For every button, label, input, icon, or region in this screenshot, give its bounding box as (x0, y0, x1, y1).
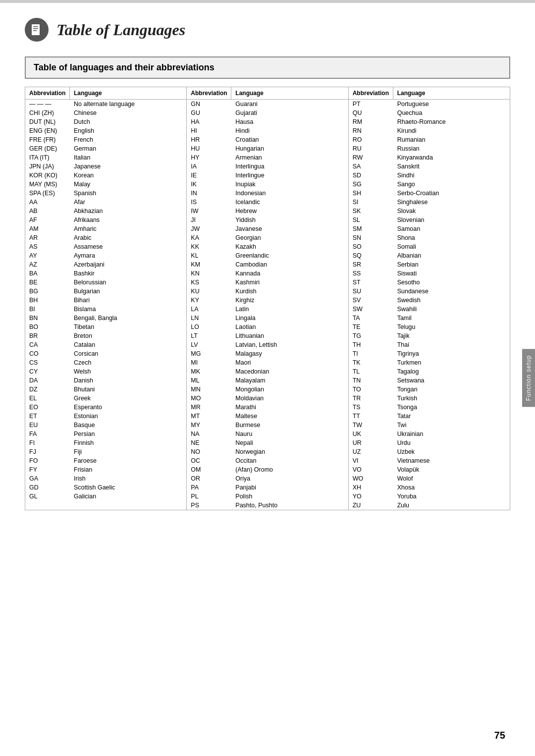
language-cell: Lithuanian (231, 331, 348, 340)
language-cell: German (70, 144, 186, 153)
language-cell: Amharic (70, 224, 186, 233)
table-row: PLPolish (187, 492, 348, 501)
column-header: AbbreviationLanguage (187, 87, 348, 100)
table-row: FRE (FR)French (25, 135, 186, 144)
table-row: OROriya (187, 474, 348, 483)
table-row: BNBengali, Bangla (25, 314, 186, 323)
table-row: OM(Afan) Oromo (187, 465, 348, 474)
abbreviation-header: Abbreviation (349, 87, 393, 99)
content-area: Table of languages and their abbreviatio… (0, 52, 535, 530)
language-cell: Malay (70, 180, 186, 189)
language-cell: Panjabi (231, 483, 348, 492)
table-row: NANauru (187, 430, 348, 438)
language-cell: Slovak (393, 207, 510, 216)
abbreviation-cell: ML (187, 376, 231, 385)
language-cell: Interlingue (231, 171, 348, 180)
language-cell: Tsonga (393, 403, 510, 412)
language-cell: Estonian (70, 412, 186, 421)
table-row: NENepali (187, 438, 348, 447)
table-row: SNShona (349, 233, 510, 242)
abbreviation-cell: SR (349, 260, 393, 269)
abbreviation-cell: CO (25, 349, 70, 358)
language-header: Language (70, 87, 186, 99)
abbreviation-cell: GL (25, 492, 70, 501)
language-cell: English (70, 126, 186, 135)
table-row: MRMarathi (187, 403, 348, 412)
abbreviation-cell: TO (349, 385, 393, 394)
table-row: TRTurkish (349, 394, 510, 403)
table-row: TTTatar (349, 412, 510, 421)
abbreviation-header: Abbreviation (25, 87, 70, 99)
language-cell: Polish (231, 492, 348, 501)
table-row: BIBislama (25, 305, 186, 314)
table-row: LVLatvian, Lettish (187, 340, 348, 349)
abbreviation-cell: PT (349, 100, 393, 108)
abbreviation-cell: GN (187, 100, 231, 108)
table-row: BRBreton (25, 331, 186, 340)
table-row: LOLaotian (187, 323, 348, 331)
section-title: Table of languages and their abbreviatio… (34, 62, 501, 73)
abbreviation-cell: KY (187, 296, 231, 305)
abbreviation-cell: MR (187, 403, 231, 412)
language-cell: Fiji (70, 447, 186, 456)
language-cell: Albanian (393, 251, 510, 260)
abbreviation-cell: AM (25, 224, 70, 233)
table-row: MLMalayalam (187, 376, 348, 385)
abbreviation-cell: UZ (349, 447, 393, 456)
table-column-3: AbbreviationLanguagePTPortugueseQUQuechu… (349, 87, 510, 510)
abbreviation-cell: MK (187, 367, 231, 376)
language-cell: Kirghiz (231, 296, 348, 305)
abbreviation-cell: MAY (MS) (25, 180, 70, 189)
abbreviation-cell: MG (187, 349, 231, 358)
language-cell: Occitan (231, 456, 348, 465)
table-row: SKSlovak (349, 207, 510, 216)
abbreviation-cell: IW (187, 207, 231, 216)
language-cell: Abkhazian (70, 207, 186, 216)
abbreviation-cell: VO (349, 465, 393, 474)
abbreviation-cell: CY (25, 367, 70, 376)
abbreviation-cell: SV (349, 296, 393, 305)
table-row: BHBihari (25, 296, 186, 305)
abbreviation-cell: AY (25, 251, 70, 260)
table-row: DADanish (25, 376, 186, 385)
language-table: AbbreviationLanguage— — —No alternate la… (25, 87, 510, 510)
table-row: ITA (IT)Italian (25, 153, 186, 162)
abbreviation-cell: VI (349, 456, 393, 465)
abbreviation-cell: TR (349, 394, 393, 403)
abbreviation-cell: BH (25, 296, 70, 305)
table-row: SOSomali (349, 242, 510, 251)
language-cell: Portuguese (393, 100, 510, 108)
table-row: SLSlovenian (349, 216, 510, 224)
language-cell: Yoruba (393, 492, 510, 501)
language-cell: Bislama (70, 305, 186, 314)
language-cell: Burmese (231, 421, 348, 430)
language-cell: French (70, 135, 186, 144)
abbreviation-cell: HY (187, 153, 231, 162)
abbreviation-cell: SH (349, 189, 393, 198)
abbreviation-cell: JPN (JA) (25, 162, 70, 171)
language-cell: Moldavian (231, 394, 348, 403)
table-row: RWKinyarwanda (349, 153, 510, 162)
abbreviation-cell: DZ (25, 385, 70, 394)
language-cell: Lingala (231, 314, 348, 323)
table-row: MAY (MS)Malay (25, 180, 186, 189)
language-cell: Somali (393, 242, 510, 251)
abbreviation-cell: FO (25, 456, 70, 465)
language-cell: Azerbaijani (70, 260, 186, 269)
language-cell: Georgian (231, 233, 348, 242)
abbreviation-cell: SS (349, 269, 393, 278)
language-cell: Czech (70, 358, 186, 367)
language-cell: Turkmen (393, 358, 510, 367)
column-header: AbbreviationLanguage (25, 87, 186, 100)
language-header: Language (393, 87, 510, 99)
abbreviation-cell: TG (349, 331, 393, 340)
abbreviation-cell: LT (187, 331, 231, 340)
abbreviation-cell: PL (187, 492, 231, 501)
abbreviation-cell: LN (187, 314, 231, 323)
language-cell: Tamil (393, 314, 510, 323)
table-row: CSCzech (25, 358, 186, 367)
abbreviation-cell: RN (349, 126, 393, 135)
language-cell: Tajik (393, 331, 510, 340)
page-header: Table of Languages (0, 3, 535, 52)
language-cell: Catalan (70, 340, 186, 349)
